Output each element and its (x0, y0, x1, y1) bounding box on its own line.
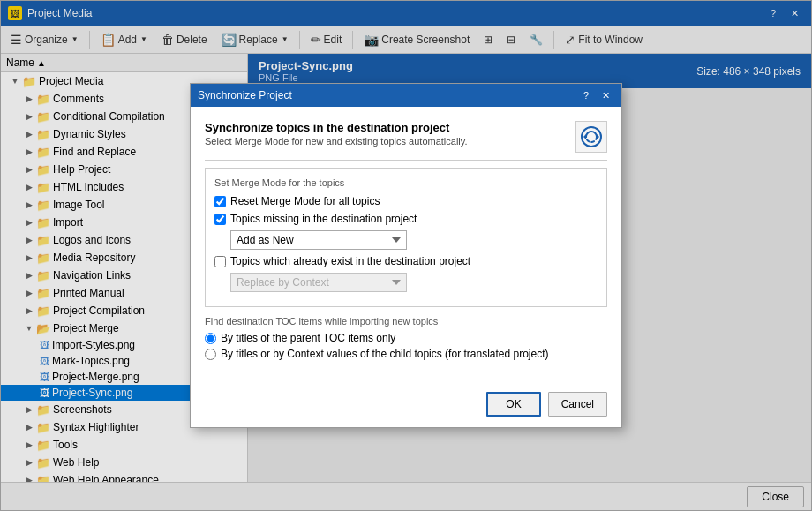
cancel-button[interactable]: Cancel (548, 392, 607, 417)
dialog-help-button[interactable]: ? (577, 88, 595, 102)
checkbox-row-2: Topics missing in the destination projec… (214, 213, 598, 225)
existing-topics-label: Topics which already exist in the destin… (230, 255, 470, 267)
sync-icon (575, 121, 607, 153)
missing-topics-checkbox[interactable] (214, 214, 226, 225)
dialog-section-subtitle: Select Merge Mode for new and existing t… (205, 136, 468, 147)
ok-button[interactable]: OK (486, 392, 540, 417)
radio-row-2: By titles or by Context values of the ch… (205, 348, 607, 360)
dialog-section-title: Synchronize topics in the destination pr… (205, 121, 468, 134)
dialog-section-header: Synchronize topics in the destination pr… (205, 121, 607, 153)
dialog-footer: OK Cancel (191, 385, 621, 427)
radio-row-1: By titles of the parent TOC items only (205, 332, 607, 344)
svg-marker-1 (597, 134, 599, 139)
radio-by-titles-label: By titles of the parent TOC items only (221, 332, 395, 344)
dialog-title: Synchronize Project (198, 89, 292, 101)
dropdown-row-2: Replace by Context Add as New Skip (230, 273, 598, 292)
existing-topics-checkbox[interactable] (214, 256, 226, 267)
dialog-overlay: Synchronize Project ? ✕ Synchronize topi… (1, 1, 811, 510)
dialog-title-bar: Synchronize Project ? ✕ (191, 84, 621, 107)
add-as-new-dropdown[interactable]: Add as New Replace by Context Skip (230, 230, 407, 250)
merge-section-label: Set Merge Mode for the topics (214, 177, 598, 188)
checkbox-row-3: Topics which already exist in the destin… (214, 255, 598, 267)
radio-section: Find destination TOC items while importi… (205, 316, 607, 360)
missing-topics-label: Topics missing in the destination projec… (230, 213, 417, 225)
dialog-body: Synchronize topics in the destination pr… (191, 107, 621, 385)
reset-merge-checkbox[interactable] (214, 196, 226, 207)
dialog-close-button[interactable]: ✕ (597, 88, 614, 102)
replace-by-context-dropdown[interactable]: Replace by Context Add as New Skip (230, 273, 407, 292)
synchronize-dialog: Synchronize Project ? ✕ Synchronize topi… (190, 83, 622, 428)
merge-section: Set Merge Mode for the topics Reset Merg… (205, 168, 607, 307)
radio-by-context-label: By titles or by Context values of the ch… (221, 348, 549, 360)
radio-section-label: Find destination TOC items while importi… (205, 316, 607, 327)
radio-by-context[interactable] (205, 349, 216, 360)
radio-by-titles-only[interactable] (205, 333, 216, 344)
reset-merge-label: Reset Merge Mode for all topics (230, 195, 380, 207)
svg-marker-2 (583, 134, 586, 139)
divider-1 (205, 160, 607, 161)
dropdown-row-1: Add as New Replace by Context Skip (230, 230, 598, 250)
checkbox-row-1: Reset Merge Mode for all topics (214, 195, 598, 207)
